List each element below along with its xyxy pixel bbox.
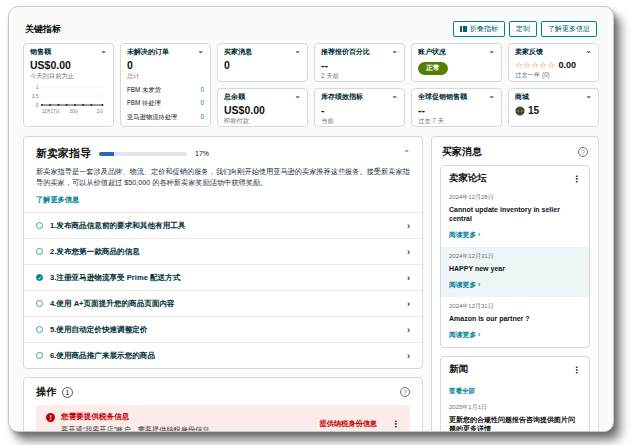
sales-metric-selector[interactable]: 销售额⌄ [30, 48, 107, 56]
orders-metric-selector[interactable]: 未解决的订单⌄ [127, 48, 204, 56]
chevron-down-icon[interactable]: ⌄ [100, 48, 107, 54]
chevron-down-icon[interactable]: ⌄ [585, 93, 592, 99]
seller-central-dashboard: 关键指标 折叠指标 定制 了解更多信息 销售额⌄ US$0.00 今天到目前为止… [8, 6, 614, 432]
featured-offer-selector[interactable]: 推荐报价百分比⌄ [321, 48, 398, 56]
guide-step-6[interactable]: 6.使用商品推广来展示您的商品 › [24, 342, 422, 368]
guide-step-1[interactable]: 1.发布商品信息前的要求和其他有用工具 › [24, 212, 422, 238]
chevron-right-icon: › [407, 299, 410, 309]
orders-row-value[interactable]: 0 [200, 86, 204, 95]
feedback-sublabel: 过去一年 (0) [515, 71, 592, 80]
step-circle-icon [36, 352, 43, 359]
learn-more-button[interactable]: 了解更多信息 [541, 21, 597, 37]
guide-title: 新卖家指导 [36, 146, 91, 161]
chevron-right-icon: › [407, 351, 410, 361]
sales-sparkline-chart: 1 0.5 0 12月27日 30日 2日 [30, 81, 107, 115]
marketplaces-count: 15 [528, 105, 539, 116]
global-promos-selector[interactable]: 全球促销销售额⌄ [418, 93, 495, 101]
svg-text:0.5: 0.5 [32, 94, 38, 99]
read-more-link[interactable]: 阅读更多 › [449, 230, 480, 240]
chevron-right-icon: › [407, 221, 410, 231]
post-date: 2025年1月1日 [449, 403, 581, 412]
post-date: 2024年12月28日 [449, 193, 581, 202]
chevron-down-icon[interactable]: ⌄ [391, 48, 398, 54]
forum-post: 2024年12月31日 HAPPY new year 阅读更多 › [441, 247, 589, 297]
collapse-metrics-button[interactable]: 折叠指标 [453, 21, 505, 37]
global-promos-sublabel: 过去 7 天 [418, 117, 495, 126]
alert-title: 您需要提供税务信息 [61, 412, 217, 422]
chevron-down-icon[interactable]: ⌄ [488, 48, 495, 54]
balance-selector[interactable]: 总余额⌄ [224, 93, 301, 101]
svg-text:2日: 2日 [97, 109, 104, 114]
chevron-down-icon[interactable]: ⌄ [294, 48, 301, 54]
view-all-link[interactable]: 查看全部 [449, 387, 475, 396]
metric-card-total-balance: 总余额⌄ US$0.00 即将付款 [217, 88, 308, 127]
metric-card-seller-feedback: 卖家反馈⌄ ☆☆☆☆☆ 0.00 过去一年 (0) [508, 43, 599, 82]
key-metrics-title: 关键指标 [25, 23, 61, 36]
help-icon[interactable]: ? [578, 147, 588, 157]
key-metrics-grid: 销售额⌄ US$0.00 今天到目前为止 1 0.5 0 12月27日 30日 … [23, 43, 599, 127]
svg-text:12月27日: 12月27日 [42, 109, 60, 114]
tax-info-alert: ! 您需要提供税务信息 要开通“我要开店”账户，需要提供纳税身份信息。 提供纳税… [36, 405, 410, 432]
guide-step-3[interactable]: 3.注册亚马逊物流享受 Prime 配送方式 › [24, 264, 422, 290]
ipi-value: - [321, 104, 398, 116]
guide-step-2[interactable]: 2.发布您第一款商品的信息 › [24, 238, 422, 264]
featured-offer-value: -- [321, 59, 398, 71]
guide-step-4[interactable]: 4.使用 A+页面提升您的商品页面内容 › [24, 290, 422, 316]
news-item: 2025年1月1日 更新您的合规性问题报告咨询提供图片问题的更多详情 阅读更多 … [441, 398, 589, 432]
provide-tax-info-link[interactable]: 提供纳税身份信息 [320, 419, 378, 429]
svg-text:30日: 30日 [70, 109, 79, 114]
customize-button[interactable]: 定制 [509, 21, 537, 37]
rail-title: 买家消息 [442, 145, 482, 159]
metric-card-account-health: 账户状况⌄ 正常 [411, 43, 502, 82]
step-circle-icon [36, 326, 43, 333]
balance-sublabel: 即将付款 [224, 117, 301, 126]
forum-title: 卖家论坛 [449, 172, 487, 185]
metric-card-unresolved-orders: 未解决的订单⌄ 0 总计 FBM 未发货0 FBM 待处理0 亚马逊物流待处理0 [120, 43, 211, 127]
alert-icon: ! [46, 413, 55, 422]
read-more-link[interactable]: 阅读更多 › [449, 280, 480, 290]
chevron-down-icon[interactable]: ⌄ [488, 93, 495, 99]
metric-card-ipi: 库存绩效指标⌄ - 当前 [314, 88, 405, 127]
guide-learn-more-link[interactable]: 了解更多信息 [36, 195, 79, 205]
step-circle-icon [36, 300, 43, 307]
chevron-down-icon[interactable]: ⌄ [294, 93, 301, 99]
post-date: 2024年12月31日 [449, 252, 581, 261]
new-seller-guide-panel: 新卖家指导 17% ⌃ 新卖家指导是一套涉及品牌、物流、定价和促销的服务，我们向… [23, 136, 423, 369]
chevron-right-icon: › [407, 325, 410, 335]
post-title: Cannot update inventory in seller centra… [449, 205, 581, 224]
chevron-down-icon[interactable]: ⌄ [585, 48, 592, 54]
chevron-down-icon[interactable]: ⌄ [197, 48, 204, 54]
step-circle-icon [36, 248, 43, 255]
chevron-up-icon[interactable]: ⌃ [403, 149, 410, 158]
metric-card-sales: 销售额⌄ US$0.00 今天到目前为止 1 0.5 0 12月27日 30日 … [23, 43, 114, 127]
feedback-selector[interactable]: 卖家反馈⌄ [515, 48, 592, 56]
alert-body: 要开通“我要开店”账户，需要提供纳税身份信息。 [61, 425, 217, 432]
chevron-down-icon[interactable]: ⌄ [391, 93, 398, 99]
orders-row-value[interactable]: 0 [200, 99, 204, 108]
orders-row-value[interactable]: 0 [200, 113, 204, 122]
guide-step-5[interactable]: 5.使用自动定价快速调整定价 › [24, 316, 422, 342]
balance-value: US$0.00 [224, 104, 301, 116]
step-check-icon [36, 274, 43, 281]
feedback-score: 0.00 [558, 60, 576, 70]
orders-row-fbm-pending: FBM 待处理0 [127, 99, 204, 108]
star-icons: ☆☆☆☆☆ [515, 60, 556, 70]
kebab-menu-icon[interactable]: ⋮ [572, 365, 581, 375]
guide-progress-label: 17% [195, 150, 209, 157]
read-more-link[interactable]: 阅读更多 › [449, 330, 480, 340]
forum-post: 2024年12月31日 Amazon is our partner ? 阅读更多… [441, 297, 589, 347]
key-metrics-header: 关键指标 折叠指标 定制 了解更多信息 [25, 21, 597, 37]
kebab-menu-icon[interactable]: ⋮ [391, 419, 400, 429]
forum-post: 2024年12月28日 Cannot update inventory in s… [441, 188, 589, 247]
ipi-selector[interactable]: 库存绩效指标⌄ [321, 93, 398, 101]
marketplaces-selector[interactable]: 商城⌄ [515, 93, 592, 101]
featured-offer-sublabel: 2 天前 [321, 72, 398, 81]
account-health-status-badge: 正常 [418, 62, 448, 75]
post-date: 2024年12月31日 [449, 302, 581, 311]
messages-metric-selector[interactable]: 买家消息⌄ [224, 48, 301, 56]
help-icon[interactable]: ? [400, 387, 410, 397]
kebab-menu-icon[interactable]: ⋮ [572, 174, 581, 184]
account-health-selector[interactable]: 账户状况⌄ [418, 48, 495, 56]
buyer-messages-panel: 买家消息 ? 卖家论坛 ⋮ 2024年12月28日 Cannot update … [431, 136, 599, 432]
orders-sublabel: 总计 [127, 72, 204, 81]
